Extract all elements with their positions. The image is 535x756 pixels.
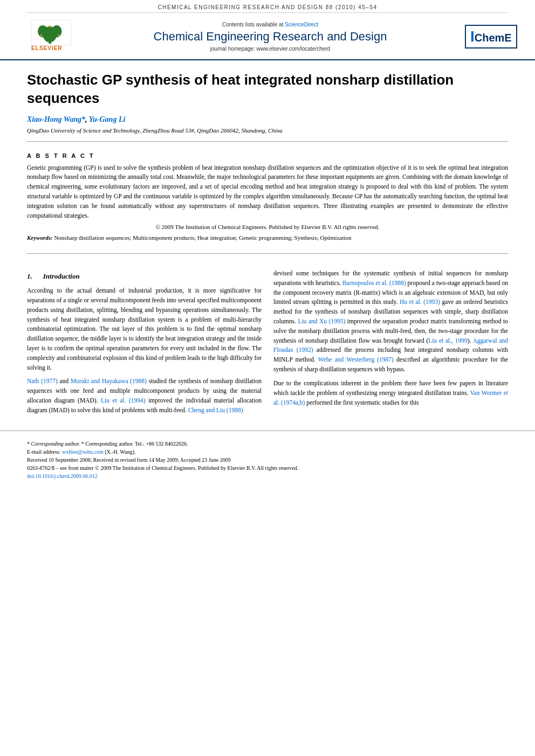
ichemie-logo: IChemE [465,25,508,48]
two-col-layout: 1.Introduction According to the actual d… [27,269,508,420]
svg-point-6 [58,34,60,37]
tel-text: * Corresponding author. Tel.: +86 532 84… [81,441,188,447]
col-right: devised some techniques for the systemat… [273,269,508,420]
footnote-corresponding: * Corresponding author. * Corresponding … [27,440,508,448]
keywords-line: Keywords: Nonsharp distillation sequence… [27,233,508,242]
journal-header: ELSEVIER Contents lists available at Sci… [0,13,535,60]
author-wang[interactable]: Xiao-Hong Wang* [27,115,85,123]
keywords-values: Nonsharp distillation sequences; Multico… [54,234,351,241]
ref-barnopoulos-1988[interactable]: Barnopoulos et al. (1988) [342,280,406,286]
ref-liu-xu-1995[interactable]: Liu and Xu (1995) [298,318,345,324]
svg-point-3 [38,25,47,37]
keywords-label: Keywords: [27,234,53,241]
article-title: Stochastic GP synthesis of heat integrat… [27,71,508,108]
right-para-2: Due to the complications inherent in the… [273,379,508,407]
svg-point-5 [40,34,43,37]
email-link[interactable]: wxhlee@sohu.com [62,449,104,455]
ref-nath-1977[interactable]: Nath (1977) [27,378,58,384]
journal-reference-bar: CHEMICAL ENGINEERING RESEARCH AND DESIGN… [27,0,508,13]
affiliation: QingDao University of Science and Techno… [27,127,508,134]
footnote-received: Received 10 September 2008; Received in … [27,456,508,464]
footnote-issn: 0263-8762/$ – see front matter © 2009 Th… [27,464,508,472]
ref-cheng-liu-1988[interactable]: Cheng and Liu (1988) [188,407,243,413]
svg-point-4 [52,25,61,37]
journal-center: Contents lists available at ScienceDirec… [76,22,465,52]
section-number: 1. [27,272,32,280]
abstract-label: A B S T R A C T [27,152,508,159]
intro-para-2: Nath (1977) and Muraki and Hayakawa (198… [27,377,262,415]
intro-para-1: According to the actual demand of indust… [27,286,262,372]
authors: Xiao-Hong Wang*, Yu-Gang Li [27,115,508,124]
abstract-section: A B S T R A C T Genetic programming (GP)… [27,147,508,248]
body-section: 1.Introduction According to the actual d… [0,259,535,420]
footnote-doi: doi:10.1016/j.cherd.2009.06.012 [27,472,508,480]
ref-muraki-1988[interactable]: Muraki and Hayakawa (1988) [71,378,147,384]
abstract-copyright: © 2009 The Institution of Chemical Engin… [27,224,508,230]
ref-liu-1994[interactable]: Liu et al. (1994) [101,397,146,404]
footer-section: * Corresponding author. * Corresponding … [0,431,535,485]
abstract-text: Genetic programming (GP) is used to solv… [27,163,508,221]
section-title: Introduction [43,272,80,280]
email-prefix: E-mail address: [27,449,62,455]
author-li[interactable]: Yu-Gang Li [89,115,126,123]
journal-homepage: journal homepage: www.elsevier.com/locat… [86,46,454,52]
ref-liu-1999[interactable]: Liu et al., 1999 [428,337,467,344]
footnote-email: E-mail address: wxhlee@sohu.com (X.-H. W… [27,448,508,456]
sciencedirect-anchor[interactable]: ScienceDirect [285,22,318,27]
sciencedirect-link: Contents lists available at ScienceDirec… [86,22,454,27]
ichemie-box: IChemE [465,25,517,48]
corresponding-label: * [27,441,31,447]
svg-point-7 [49,25,51,27]
journal-reference: CHEMICAL ENGINEERING RESEARCH AND DESIGN… [157,4,377,10]
email-suffix: (X.-H. Wang). [104,449,136,455]
divider-after-abstract [27,253,508,254]
col-left: 1.Introduction According to the actual d… [27,269,262,420]
journal-title: Chemical Engineering Research and Design [86,30,454,44]
ref-aggarwal-floudas-1992[interactable]: Aggarwal and Floudas (1992) [273,337,508,353]
page-wrapper: CHEMICAL ENGINEERING RESEARCH AND DESIGN… [0,0,535,756]
corresponding-text: Corresponding author. [31,441,80,447]
ref-vanwormer-1974[interactable]: Van Wormer et al. (1974a,b) [273,390,508,406]
elsevier-logo: ELSEVIER [27,19,76,54]
article-section: Stochastic GP synthesis of heat integrat… [0,60,535,254]
svg-text:ELSEVIER: ELSEVIER [31,45,63,51]
doi-link[interactable]: doi:10.1016/j.cherd.2009.06.012 [27,473,98,479]
section-heading: 1.Introduction [27,271,262,282]
ref-hu-1993[interactable]: Hu et al. (1993) [400,299,440,305]
divider-after-affiliation [27,141,508,142]
right-para-1: devised some techniques for the systemat… [273,269,508,374]
ref-wehe-westerberg-1987[interactable]: Wehe and Westerberg (1987) [318,356,394,363]
